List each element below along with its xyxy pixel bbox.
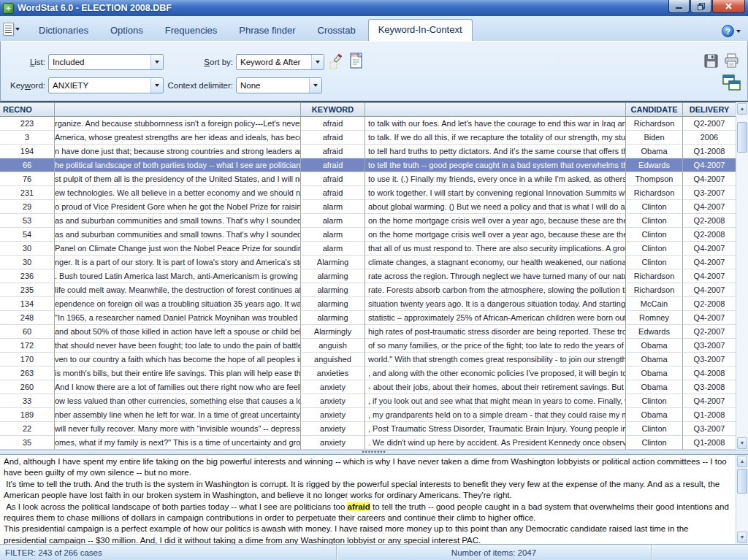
main-menu-button[interactable]	[3, 18, 25, 40]
help-icon[interactable]: ?	[722, 25, 734, 37]
tab-keyword-in-context[interactable]: Keyword-In-Context	[368, 19, 473, 41]
table-scrollbar[interactable]: ▲ ▼	[736, 102, 748, 450]
table-row[interactable]: 29o proud of Vice President Gore when he…	[0, 200, 748, 214]
cell-recno: 223	[0, 117, 55, 131]
table-row[interactable]: 3America, whose greatest strengths are h…	[0, 131, 748, 145]
tab-frequencies[interactable]: Frequencies	[156, 20, 227, 41]
cell-before: will never fully recover. Many more with…	[55, 422, 301, 436]
kwic-table-header: RECNOKEYWORDCANDIDATEDELIVERY	[0, 102, 748, 117]
scroll-up-arrow[interactable]: ▲	[737, 103, 747, 115]
table-row[interactable]: 236. Bush toured Latin America last Marc…	[0, 269, 748, 283]
close-button[interactable]	[712, 0, 745, 13]
context-panel: And, although I have spent my entire lif…	[0, 454, 748, 544]
list-dropdown[interactable]: Included	[48, 54, 164, 70]
table-row[interactable]: 35omes, what if my family is next?" This…	[0, 436, 748, 450]
cell-after: on the home mortgage crisis well over a …	[365, 228, 626, 242]
cell-after: , if you look out and see what that migh…	[365, 394, 626, 408]
table-row[interactable]: 22will never fully recover. Many more wi…	[0, 422, 748, 436]
table-row[interactable]: 33ow less valued than other currencies, …	[0, 394, 748, 408]
cell-after: world." With that strength comes great r…	[365, 353, 626, 367]
print-icon[interactable]	[724, 53, 739, 68]
table-row[interactable]: 60and about 50% of those killed in actio…	[0, 325, 748, 339]
cell-keyword: anxiety	[301, 380, 365, 394]
tab-bar: DictionariesOptionsFrequenciesPhrase fin…	[0, 16, 748, 41]
sort-by-label: Sort by:	[169, 54, 233, 70]
cell-before: ependence on foreign oil was a troubling…	[55, 297, 301, 311]
context-paragraph: This presidential campaign is a perfect …	[4, 523, 732, 544]
help-chevron-down-icon[interactable]	[736, 30, 741, 33]
cell-recno: 30	[0, 256, 55, 269]
table-row[interactable]: 66he political landscape of both parties…	[0, 158, 748, 172]
chevron-down-icon	[316, 61, 320, 64]
cell-candidate: Obama	[626, 380, 683, 394]
column-header-after-context[interactable]	[365, 103, 626, 116]
column-header-keyword[interactable]: KEYWORD	[301, 103, 365, 116]
cell-before: And I know there are a lot of families o…	[55, 380, 301, 394]
tab-options[interactable]: Options	[101, 20, 153, 41]
tab-crosstab[interactable]: Crosstab	[308, 20, 365, 41]
table-row[interactable]: 231ew technologies. We all believe in a …	[0, 186, 748, 200]
context-delimiter-dropdown[interactable]: None	[236, 77, 322, 93]
cell-before: America, whose greatest strengths are he…	[55, 131, 301, 145]
cell-after: to tell hard truths to petty dictators. …	[365, 145, 626, 158]
cell-keyword: alarm	[301, 228, 365, 242]
cell-keyword: anguish	[301, 339, 365, 353]
cell-candidate: Obama	[626, 145, 683, 158]
column-header-delivery[interactable]: DELIVERY	[683, 103, 736, 116]
cell-before: that should never have been fought; too …	[55, 339, 301, 353]
cell-before: rganize. And because stubbornness isn't …	[55, 117, 301, 131]
scroll-down-arrow[interactable]: ▼	[737, 437, 747, 449]
cascade-windows-icon[interactable]	[722, 74, 741, 91]
table-row[interactable]: 30nger. It is a part of our story. It is…	[0, 256, 748, 269]
cell-after: statistic – approximately 25% of African…	[365, 311, 626, 325]
cell-candidate: Obama	[626, 339, 683, 353]
context-scroll-down-arrow[interactable]: ▼	[737, 532, 747, 543]
table-row[interactable]: 53as and suburban communities and small …	[0, 214, 748, 228]
table-row[interactable]: 263is month's bills, but their entire li…	[0, 367, 748, 380]
table-row[interactable]: 170ven to our country a faith which has …	[0, 353, 748, 367]
scrollbar-thumb[interactable]	[737, 122, 747, 153]
items-count: Number of items: 2047	[337, 548, 651, 557]
cell-before: nber assembly line when he left for war.…	[55, 408, 301, 422]
table-row[interactable]: 30Panel on Climate Change just won the N…	[0, 242, 748, 256]
table-row[interactable]: 223rganize. And because stubbornness isn…	[0, 117, 748, 131]
table-row[interactable]: 134ependence on foreign oil was a troubl…	[0, 297, 748, 311]
title-bar: ✳ WordStat 6.0 - ELECTION 2008.DBF	[0, 0, 748, 16]
column-header-recno[interactable]: RECNO	[0, 103, 55, 116]
cell-after: climate changes, a stagnant economy, our…	[365, 256, 626, 269]
keyword-dropdown[interactable]: ANXIETY	[48, 77, 164, 93]
table-row[interactable]: 235life could melt away. Meanwhile, the …	[0, 283, 748, 297]
table-row[interactable]: 54as and suburban communities and small …	[0, 228, 748, 242]
minimize-button[interactable]	[668, 0, 690, 13]
chevron-down-icon	[155, 84, 159, 87]
sort-by-dropdown[interactable]: Keyword & After	[236, 54, 324, 70]
context-scroll-up-arrow[interactable]: ▲	[737, 456, 747, 467]
keyword-dropdown-value: ANXIETY	[49, 81, 150, 90]
tab-phrase-finder[interactable]: Phrase finder	[229, 20, 305, 41]
kwic-table-body: 223rganize. And because stubbornness isn…	[0, 117, 748, 450]
cell-recno: 33	[0, 394, 55, 408]
context-scrollbar[interactable]: ▲ ▼	[736, 455, 748, 544]
save-icon[interactable]	[704, 54, 718, 68]
table-row[interactable]: 194n have done just that; because strong…	[0, 145, 748, 158]
filter-status: FILTER: 243 of 266 cases	[0, 548, 336, 557]
cell-keyword: anxiety	[301, 422, 365, 436]
restore-button[interactable]	[690, 0, 711, 13]
column-header-before-context[interactable]	[55, 103, 301, 116]
table-row[interactable]: 260And I know there are a lot of familie…	[0, 380, 748, 394]
cell-before: Panel on Climate Change just won the Nob…	[55, 242, 301, 256]
highlighter-icon[interactable]	[328, 52, 344, 71]
table-row[interactable]: 189nber assembly line when he left for w…	[0, 408, 748, 422]
rtf-report-icon[interactable]: RTF	[349, 51, 364, 69]
svg-text:RTF: RTF	[351, 53, 359, 58]
cell-candidate: Edwards	[626, 325, 683, 339]
cell-delivery: Q4-2008	[683, 367, 736, 380]
cell-before: n have done just that; because strong co…	[55, 145, 301, 158]
table-row[interactable]: 248"In 1965, a researcher named Daniel P…	[0, 311, 748, 325]
table-row[interactable]: 172that should never have been fought; t…	[0, 339, 748, 353]
column-header-candidate[interactable]: CANDIDATE	[626, 103, 683, 116]
status-divider	[651, 545, 652, 560]
tab-dictionaries[interactable]: Dictionaries	[29, 20, 98, 41]
table-row[interactable]: 76st pulpit of them all is the presidenc…	[0, 172, 748, 186]
context-scrollbar-thumb[interactable]	[737, 469, 747, 494]
